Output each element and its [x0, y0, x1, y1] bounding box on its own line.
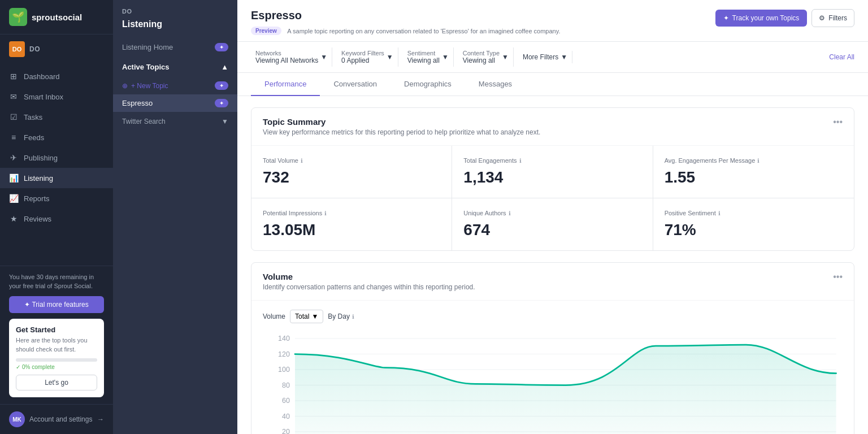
espresso-badge: ✦: [215, 99, 228, 107]
stat-total-volume: Total Volume ℹ 732: [251, 146, 452, 198]
filter-icon: ⚙: [819, 14, 825, 22]
get-started-desc: Here are the top tools you should check …: [16, 336, 97, 354]
sidebar-item-publishing[interactable]: ✈ Publishing: [0, 147, 113, 168]
workspace-selector[interactable]: DO DO: [0, 34, 113, 64]
reviews-icon: ★: [9, 214, 18, 223]
twitter-search-section[interactable]: Twitter Search ▼: [113, 112, 237, 131]
left-navigation: 🌱 sproutsocial DO DO ⊞ Dashboard ✉ Smart…: [0, 0, 113, 434]
listening-home-badge: ✦: [215, 43, 228, 51]
filters-button[interactable]: ⚙ Filters: [811, 9, 854, 27]
sidebar-item-label: Smart Inbox: [24, 93, 63, 101]
sidebar-item-reviews[interactable]: ★ Reviews: [0, 209, 113, 229]
listening-icon: 📊: [9, 173, 18, 183]
listening-home-label: Listening Home: [122, 43, 173, 51]
chevron-down-icon: ▼: [320, 53, 327, 61]
workspace-icon: DO: [9, 41, 25, 57]
sidebar-item-feeds[interactable]: ≡ Feeds: [0, 127, 113, 147]
svg-text:80: 80: [282, 381, 290, 389]
clear-all-button[interactable]: Clear All: [829, 53, 854, 61]
progress-bar-background: [16, 358, 97, 362]
topic-summary-header: Topic Summary View key performance metri…: [251, 108, 854, 146]
svg-text:20: 20: [282, 428, 290, 434]
chevron-down-icon: ▼: [387, 53, 393, 61]
more-options-icon[interactable]: •••: [833, 117, 843, 127]
stat-total-engagements: Total Engagements ℹ 1,134: [452, 146, 653, 198]
content-type-filter[interactable]: Content Type Viewing all ▼: [458, 47, 514, 67]
chevron-down-icon: ▼: [502, 53, 509, 61]
volume-card: Volume Identify conversation patterns an…: [251, 262, 854, 434]
preview-badge: Preview: [251, 27, 281, 35]
topic-espresso[interactable]: Espresso ✦: [113, 94, 237, 112]
star-icon: ✦: [723, 14, 729, 22]
trial-button[interactable]: ✦ Trial more features: [9, 296, 104, 313]
svg-text:140: 140: [278, 335, 290, 343]
sidebar-item-label: Tasks: [24, 113, 42, 121]
info-icon: ℹ: [352, 314, 354, 320]
svg-text:120: 120: [278, 350, 290, 358]
volume-more-icon[interactable]: •••: [833, 272, 843, 282]
info-icon: ℹ: [718, 210, 721, 216]
track-topics-button[interactable]: ✦ Track your own Topics: [715, 10, 808, 27]
svg-text:100: 100: [278, 366, 290, 374]
networks-filter[interactable]: Networks Viewing All Networks ▼: [251, 47, 332, 67]
publishing-icon: ✈: [9, 153, 18, 162]
header-left: Espresso Preview A sample topic reportin…: [251, 9, 560, 41]
tasks-icon: ☑: [9, 112, 18, 121]
main-header: Espresso Preview A sample topic reportin…: [237, 0, 868, 42]
sidebar-item-reports[interactable]: 📈 Reports: [0, 188, 113, 209]
info-icon: ℹ: [324, 210, 327, 216]
info-icon: ℹ: [301, 158, 303, 164]
active-topics-section[interactable]: Active Topics ▲: [113, 57, 237, 77]
logo-area: 🌱 sproutsocial: [0, 0, 113, 34]
dashboard-icon: ⊞: [9, 72, 18, 81]
chevron-down-icon: ▼: [311, 313, 318, 320]
volume-heading: Volume Identify conversation patterns an…: [263, 272, 475, 291]
filter-bar: Networks Viewing All Networks ▼ Keyword …: [237, 42, 868, 73]
header-actions: ✦ Track your own Topics ⚙ Filters: [715, 9, 854, 32]
svg-text:40: 40: [282, 413, 290, 420]
account-settings[interactable]: MK Account and settings →: [0, 404, 113, 434]
tab-messages[interactable]: Messages: [465, 73, 526, 96]
volume-type-select[interactable]: Total ▼: [290, 310, 323, 323]
volume-chart: 140 120 100 80 60 40 20 0: [263, 332, 843, 434]
by-day-label: By Day ℹ: [328, 313, 354, 320]
content-area: Topic Summary View key performance metri…: [237, 96, 868, 434]
stat-avg-engagements: Avg. Engagements Per Message ℹ 1.55: [653, 146, 854, 198]
inbox-icon: ✉: [9, 92, 18, 101]
sidebar-item-listening[interactable]: 📊 Listening: [0, 168, 113, 188]
get-started-box: Get Started Here are the top tools you s…: [9, 319, 104, 397]
info-icon: ℹ: [519, 158, 522, 164]
tab-conversation[interactable]: Conversation: [320, 73, 390, 96]
volume-chart-area: 140 120 100 80 60 40 20 0: [251, 332, 854, 434]
stat-unique-authors: Unique Authors ℹ 674: [452, 198, 653, 250]
stat-positive-sentiment: Positive Sentiment ℹ 71%: [653, 198, 854, 250]
sidebar-item-tasks[interactable]: ☑ Tasks: [0, 107, 113, 127]
sidebar-item-dashboard[interactable]: ⊞ Dashboard: [0, 66, 113, 86]
lets-go-button[interactable]: Let's go: [16, 375, 97, 390]
listening-home-nav[interactable]: Listening Home ✦: [113, 37, 237, 57]
workspace-label: DO: [29, 45, 40, 53]
sidebar-item-label: Reviews: [24, 215, 51, 223]
volume-controls: Volume Total ▼ By Day ℹ: [251, 301, 854, 332]
tab-performance[interactable]: Performance: [251, 73, 320, 96]
sidebar-item-label: Listening: [24, 174, 53, 183]
keyword-filter[interactable]: Keyword Filters 0 Applied ▼: [337, 47, 398, 67]
nav-items: ⊞ Dashboard ✉ Smart Inbox ☑ Tasks ≡ Feed…: [0, 64, 113, 266]
trial-notice: You have 30 days remaining in your free …: [9, 273, 104, 290]
chevron-down-icon: ▼: [561, 53, 567, 61]
account-arrow: →: [97, 415, 104, 423]
sentiment-filter[interactable]: Sentiment Viewing all ▼: [403, 47, 454, 67]
tab-demographics[interactable]: Demographics: [390, 73, 465, 96]
logo-icon: 🌱: [9, 8, 27, 26]
sidebar-item-label: Feeds: [24, 133, 44, 142]
main-content: Espresso Preview A sample topic reportin…: [237, 0, 868, 434]
stat-potential-impressions: Potential Impressions ℹ 13.05M: [251, 198, 452, 250]
sidebar-item-smart-inbox[interactable]: ✉ Smart Inbox: [0, 86, 113, 107]
section-title: Listening: [113, 17, 237, 37]
nav-bottom: You have 30 days remaining in your free …: [0, 266, 113, 404]
more-filters[interactable]: More Filters ▼: [518, 51, 572, 63]
workspace-panel-label: DO: [122, 8, 228, 15]
topic-summary-heading: Topic Summary View key performance metri…: [263, 117, 540, 136]
feeds-icon: ≡: [9, 133, 18, 142]
new-topic-button[interactable]: ⊕ + New Topic ✦: [113, 77, 237, 94]
